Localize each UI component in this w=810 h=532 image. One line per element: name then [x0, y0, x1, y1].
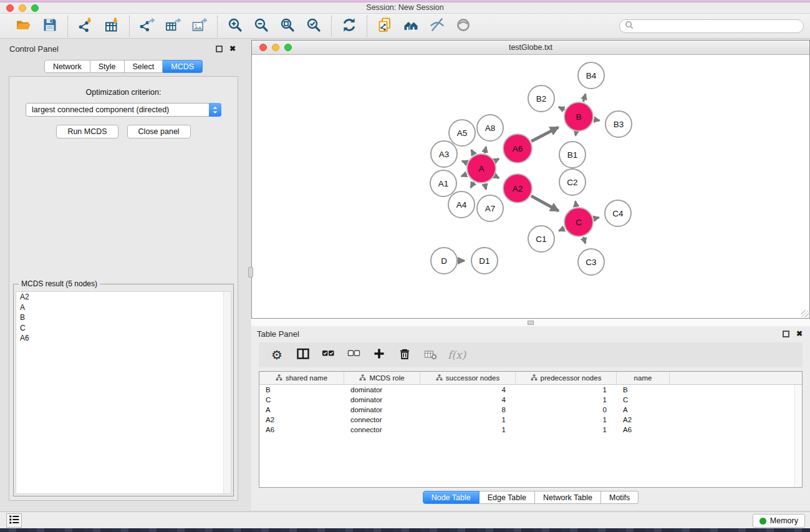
add-row-button[interactable] [371, 346, 387, 364]
zoom-fit-button[interactable] [277, 16, 298, 37]
zoom-in-button[interactable] [224, 16, 246, 37]
graph-node-c2[interactable]: C2 [559, 168, 586, 196]
column-header-successor-nodes[interactable]: successor nodes [420, 372, 516, 384]
control-panel-tabs: NetworkStyleSelectMCDS [4, 60, 243, 73]
tab-node-table[interactable]: Node Table [423, 491, 480, 504]
table-row[interactable]: Adominator80A [259, 405, 802, 415]
close-panel-button[interactable]: Close panel [127, 125, 191, 138]
split-pane-divider[interactable] [251, 319, 810, 326]
table-cell: 1 [516, 396, 617, 404]
export-network-button[interactable] [137, 16, 158, 37]
graph-node-a2[interactable]: A2 [503, 173, 533, 203]
vertical-scrollbar-thumb[interactable] [248, 267, 253, 278]
tab-mcds[interactable]: MCDS [163, 60, 203, 73]
table-row[interactable]: A6connector11A6 [259, 425, 802, 435]
show-graphics-details-button[interactable] [453, 16, 474, 37]
graph-node-a[interactable]: A [466, 153, 496, 183]
mcds-result-item[interactable]: A6 [16, 333, 231, 344]
network-view-titlebar[interactable]: testGlobe.txt [252, 41, 809, 55]
zoom-selected-button[interactable] [303, 16, 324, 37]
graph-node-a8[interactable]: A8 [476, 114, 504, 142]
table-row[interactable]: A2connector11A2 [259, 415, 802, 425]
session-home-icon [403, 17, 419, 35]
column-header-mcds-role[interactable]: MCDS role [344, 372, 420, 384]
tab-select[interactable]: Select [125, 60, 163, 73]
duplicate-network-button[interactable] [374, 16, 395, 37]
dropdown-stepper-icon [209, 103, 221, 117]
graph-node-b2[interactable]: B2 [528, 85, 555, 112]
tab-style[interactable]: Style [90, 60, 125, 73]
graph-node-c3[interactable]: C3 [577, 248, 605, 276]
search-input[interactable] [637, 22, 798, 31]
network-view-window: testGlobe.txt B4B2BB3A8A5A6A3B1AC2A1A2A4… [251, 40, 810, 319]
run-mcds-button[interactable]: Run MCDS [56, 125, 118, 138]
zoom-out-button[interactable] [251, 16, 272, 37]
column-header-shared-name[interactable]: shared name [259, 372, 344, 384]
open-file-button[interactable] [13, 16, 34, 37]
export-table-button[interactable] [163, 16, 184, 37]
float-panel-icon[interactable] [214, 44, 224, 54]
settings-icon: ⚙ [271, 349, 282, 361]
tab-network[interactable]: Network [44, 60, 90, 73]
graph-node-b3[interactable]: B3 [605, 110, 632, 138]
mcds-result-item[interactable]: C [16, 323, 231, 334]
select-all-button[interactable] [320, 346, 336, 364]
hide-graphics-details-button[interactable] [427, 16, 448, 37]
settings-button[interactable]: ⚙ [269, 346, 285, 364]
graph-node-b4[interactable]: B4 [577, 62, 605, 89]
mcds-result-list[interactable]: A2ABCA6 [16, 291, 231, 494]
table-row[interactable]: Bdominator41B [259, 385, 802, 395]
column-view-button[interactable] [294, 346, 311, 364]
resize-grip-icon[interactable] [801, 310, 809, 317]
graph-node-d1[interactable]: D1 [471, 247, 498, 274]
memory-button[interactable]: Memory [753, 514, 805, 528]
column-header-name[interactable]: name [617, 372, 670, 384]
graph-node-a6[interactable]: A6 [503, 133, 533, 163]
graph-node-b[interactable]: B [564, 102, 594, 132]
task-history-button[interactable] [6, 513, 22, 528]
close-panel-icon[interactable]: ✖ [228, 44, 238, 54]
refresh-layout-button[interactable] [339, 16, 360, 37]
table-cell: 1 [420, 426, 516, 433]
table-close-panel-icon[interactable]: ✖ [794, 329, 804, 339]
mcds-panel-body: Optimization criterion: largest connecte… [9, 76, 238, 501]
mcds-result-item[interactable]: A [16, 302, 231, 313]
toolbar-group [332, 16, 367, 37]
graph-node-a3[interactable]: A3 [430, 140, 458, 168]
network-canvas[interactable]: B4B2BB3A8A5A6A3B1AC2A1A2A4A7C4CC1C3DD1 [252, 55, 809, 318]
mcds-result-item[interactable]: A2 [16, 292, 231, 302]
graph-node-c4[interactable]: C4 [604, 200, 632, 227]
table-panel-title: Table Panel [257, 329, 299, 339]
table-cell: dominator [344, 396, 420, 404]
graph-node-b1[interactable]: B1 [559, 141, 586, 168]
import-network-button[interactable] [75, 16, 96, 37]
search-field[interactable] [619, 19, 804, 33]
table-float-panel-icon[interactable] [781, 329, 791, 339]
graph-node-c[interactable]: C [564, 207, 594, 237]
export-image-button[interactable] [189, 16, 210, 37]
deselect-all-button[interactable] [345, 346, 362, 364]
graph-node-d[interactable]: D [430, 247, 458, 274]
refresh-layout-icon [341, 17, 357, 35]
import-table-button[interactable] [101, 16, 122, 37]
table-scrollbar[interactable] [794, 385, 802, 487]
mcds-result-item[interactable]: B [16, 312, 231, 323]
delete-row-button[interactable] [397, 346, 413, 364]
graph-node-a7[interactable]: A7 [476, 195, 504, 222]
graph-node-c1[interactable]: C1 [528, 225, 555, 253]
desktop-wallpaper-strip [0, 528, 810, 532]
tab-edge-table[interactable]: Edge Table [480, 491, 535, 504]
criterion-dropdown[interactable]: largest connected component (directed) [26, 103, 221, 117]
table-row[interactable]: Cdominator41C [259, 395, 802, 405]
tab-network-table[interactable]: Network Table [535, 491, 601, 504]
result-list-scrollbar[interactable] [223, 292, 231, 493]
divider-handle[interactable] [528, 321, 534, 325]
column-header-predecessor-nodes[interactable]: predecessor nodes [516, 372, 617, 384]
save-session-button[interactable] [39, 16, 60, 37]
column-sort-tree-icon [276, 374, 282, 382]
tab-motifs[interactable]: Motifs [601, 491, 639, 504]
graph-node-a4[interactable]: A4 [448, 191, 475, 218]
graph-node-a5[interactable]: A5 [448, 119, 476, 147]
session-home-button[interactable] [400, 16, 422, 37]
network-view-title: testGlobe.txt [252, 43, 809, 52]
